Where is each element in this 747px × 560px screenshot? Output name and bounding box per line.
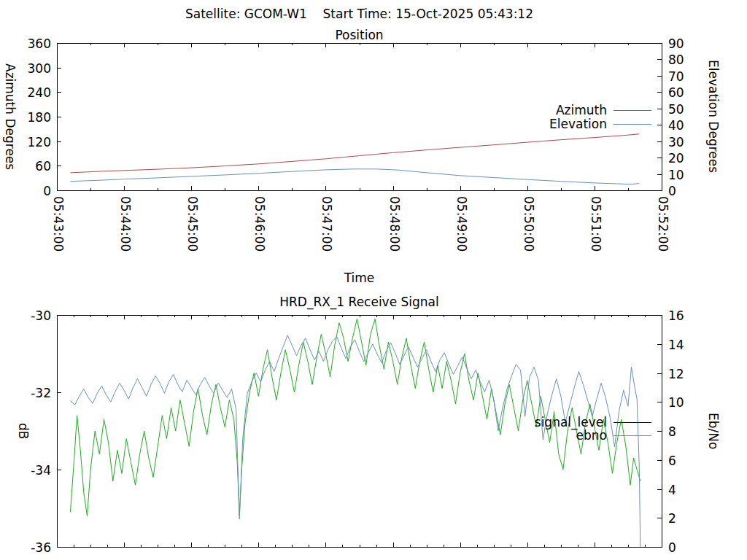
x-tick-label: 05:48:00 xyxy=(387,196,402,252)
y-left-tick-label: 0 xyxy=(43,184,51,198)
y-right-tick-label: 16 xyxy=(668,308,684,323)
series-azimuth-line xyxy=(70,134,639,173)
y-left-tick-label: 180 xyxy=(28,110,51,125)
x-tick-label: 05:47:00 xyxy=(320,196,334,252)
position-chart: 060120180240300360010203040506070809005:… xyxy=(0,0,747,288)
x-tick-label: 05:49:00 xyxy=(454,196,469,252)
x-tick-label: 05:45:00 xyxy=(185,196,200,252)
legend-label-elevation: Elevation xyxy=(549,117,607,131)
y-left-tick-label: -30 xyxy=(31,308,51,323)
y-right-tick-label: 80 xyxy=(668,52,684,67)
y-right-tick-label: 4 xyxy=(668,483,676,497)
y-left-tick-label: 300 xyxy=(28,61,51,76)
receive-signal-chart: -30-32-34-360246810121416signal_levelebn… xyxy=(0,288,747,560)
legend-label-ebno: ebno xyxy=(576,428,607,443)
y-right-tick-label: 8 xyxy=(668,424,676,439)
y-right-tick-label: 20 xyxy=(668,151,684,166)
y-right-tick-label: 90 xyxy=(668,36,684,51)
y-right-tick-label: 30 xyxy=(668,135,684,149)
y-left-tick-label: 240 xyxy=(28,85,51,100)
y-left-tick-label: 60 xyxy=(35,159,51,174)
series-elevation-line xyxy=(70,169,639,184)
y-right-tick-label: 10 xyxy=(668,395,684,410)
x-tick-label: 05:44:00 xyxy=(118,196,133,252)
plot-border xyxy=(58,316,662,548)
x-tick-label: 05:50:00 xyxy=(522,196,536,252)
x-tick-label: 05:51:00 xyxy=(589,196,603,252)
y-left-tick-label: 360 xyxy=(28,36,51,51)
y-left-tick-label: 120 xyxy=(28,135,51,149)
y-left-tick-label: -34 xyxy=(31,463,51,478)
y-right-tick-label: 12 xyxy=(668,367,684,381)
y-right-tick-label: 6 xyxy=(668,454,676,468)
x-tick-label: 05:46:00 xyxy=(252,196,267,252)
y-right-tick-label: 10 xyxy=(668,168,684,182)
y-right-tick-label: 2 xyxy=(668,511,676,526)
y-right-tick-label: 70 xyxy=(668,69,684,84)
x-tick-label: 05:52:00 xyxy=(656,196,670,252)
series-ebno-line xyxy=(70,335,640,547)
y-left-tick-label: -36 xyxy=(31,540,51,555)
y-right-tick-label: 0 xyxy=(668,540,676,555)
legend-label-azimuth: Azimuth xyxy=(556,103,607,117)
y-left-tick-label: -32 xyxy=(31,386,51,400)
y-right-tick-label: 40 xyxy=(668,118,684,133)
y-right-tick-label: 14 xyxy=(668,338,684,352)
y-right-tick-label: 60 xyxy=(668,85,684,100)
y-right-tick-label: 50 xyxy=(668,102,684,117)
x-tick-label: 05:43:00 xyxy=(51,196,66,252)
